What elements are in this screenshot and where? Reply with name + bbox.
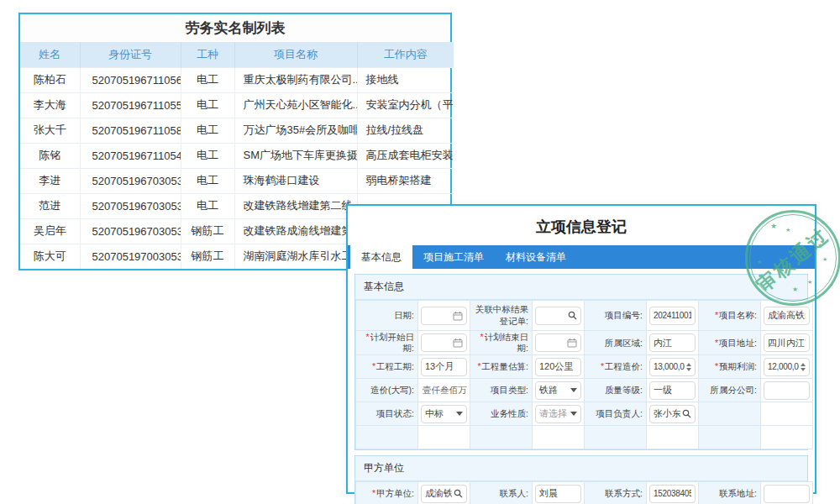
col-header-id: 身份证号 bbox=[80, 42, 181, 67]
field-label: 所属区域: bbox=[585, 331, 647, 355]
worker-name-link[interactable]: 范进 bbox=[20, 193, 80, 218]
field-label: 项目状态: bbox=[356, 402, 418, 426]
plan-start-date-input[interactable] bbox=[421, 333, 467, 352]
worker-job-cell: 电工 bbox=[181, 118, 234, 143]
plan-end-date-input[interactable] bbox=[535, 333, 581, 352]
chevron-down-icon bbox=[456, 412, 463, 416]
project-name-link[interactable]: 重庆太极制药有限公司... bbox=[234, 67, 357, 92]
basic-info-section-title: 基本信息 bbox=[355, 275, 807, 300]
field-label: *工程工期: bbox=[356, 355, 418, 379]
worker-name-link[interactable]: 李大海 bbox=[20, 92, 80, 118]
project-name-link[interactable]: 万达广场35#会所及咖啡... bbox=[234, 118, 357, 143]
field-label: *工程量估算: bbox=[470, 355, 533, 379]
table-row: 陈铭 520705196711054... 电工 SM广场地下车库更换摄... … bbox=[20, 143, 454, 168]
bid-result-lookup[interactable] bbox=[535, 307, 581, 325]
project-name-link[interactable]: 改建铁路线增建第二线... bbox=[234, 193, 357, 218]
field-label: 联系人: bbox=[470, 482, 533, 504]
quantity-estimate-input[interactable]: 120公里 bbox=[535, 358, 581, 376]
field-label: *项目名称: bbox=[699, 301, 761, 331]
empty-value-cell bbox=[761, 402, 813, 426]
cost-in-words-text: 壹仟叁佰万元整 bbox=[421, 385, 467, 396]
project-name-link[interactable]: 湖南洞庭湖水库引水工... bbox=[234, 244, 357, 269]
field-label: *计划开始日期: bbox=[356, 331, 418, 355]
worker-id-cell: 520705196703053... bbox=[80, 168, 181, 193]
project-type-select[interactable]: 铁路 bbox=[535, 381, 581, 400]
worker-table-header: 姓名 身份证号 工种 项目名称 工作内容 bbox=[20, 42, 454, 67]
party-a-section-title: 甲方单位 bbox=[355, 456, 807, 481]
expected-profit-input[interactable]: 12,000,000 bbox=[764, 358, 810, 376]
project-registration-panel: 立项信息登记 基本信息 项目施工清单 材料设备清单 基本信息 日期: 关联中标结… bbox=[346, 204, 816, 494]
col-header-work: 工作内容 bbox=[357, 42, 454, 67]
worker-job-cell: 钢筋工 bbox=[181, 244, 234, 269]
calendar-icon bbox=[453, 338, 463, 348]
party-a-grid: *甲方单位: 成渝铁路工 联系人: 刘晨 联系方式: 15203840584 联… bbox=[355, 481, 813, 504]
search-icon[interactable] bbox=[454, 489, 463, 498]
project-name-input[interactable]: 成渝高铁内江 bbox=[764, 307, 810, 325]
tab-bar: 基本信息 项目施工清单 材料设备清单 bbox=[348, 245, 815, 269]
contact-person-input[interactable]: 刘晨 bbox=[535, 485, 581, 503]
field-label: *工程造价: bbox=[585, 355, 647, 379]
business-nature-select[interactable]: 请选择 bbox=[535, 405, 581, 423]
calendar-icon bbox=[567, 338, 577, 348]
worker-job-cell: 电工 bbox=[181, 92, 234, 118]
field-label: 项目编号: bbox=[585, 301, 647, 331]
col-header-name: 姓名 bbox=[20, 42, 80, 67]
field-label: 业务性质: bbox=[470, 402, 533, 426]
work-content-cell: 安装室内分机（平层... bbox=[357, 92, 454, 118]
worker-name-link[interactable]: 陈柏石 bbox=[20, 67, 80, 92]
empty-label-cell bbox=[699, 402, 761, 426]
star-icon: ★ bbox=[817, 242, 823, 249]
project-name-link[interactable]: 改建铁路成渝线增建第... bbox=[234, 218, 357, 244]
project-manager-lookup[interactable]: 张小东 bbox=[649, 405, 696, 423]
work-content-cell: 拉线/拉线盘 bbox=[357, 118, 454, 143]
party-a-lookup[interactable]: 成渝铁路工 bbox=[421, 485, 467, 503]
project-cost-input[interactable]: 13,000,000 bbox=[649, 358, 696, 376]
worker-name-link[interactable]: 吴启年 bbox=[20, 218, 80, 244]
search-icon[interactable] bbox=[682, 409, 691, 418]
calendar-icon bbox=[453, 311, 463, 321]
worker-name-link[interactable]: 张大千 bbox=[20, 118, 80, 143]
basic-info-grid: 日期: 关联中标结果登记单: 项目编号: 2024110017 *项目名称: 成… bbox=[355, 300, 813, 449]
worker-name-link[interactable]: 陈铭 bbox=[20, 143, 80, 168]
party-a-section: 甲方单位 *甲方单位: 成渝铁路工 联系人: 刘晨 联系方式: 15203840… bbox=[354, 455, 808, 504]
contact-phone-input[interactable]: 15203840584 bbox=[649, 485, 696, 503]
region-input[interactable]: 内江 bbox=[649, 333, 696, 352]
project-name-link[interactable]: 广州天心苑小区智能化... bbox=[234, 92, 357, 118]
number-stepper-icon[interactable] bbox=[801, 363, 806, 371]
quality-grade-input[interactable]: 一级 bbox=[649, 381, 696, 400]
col-header-project: 项目名称 bbox=[234, 42, 357, 67]
project-code-input[interactable]: 2024110017 bbox=[649, 307, 696, 325]
field-label: 质量等级: bbox=[585, 379, 647, 402]
worker-name-link[interactable]: 陈大可 bbox=[20, 244, 80, 269]
date-input[interactable] bbox=[421, 307, 467, 325]
project-status-select[interactable]: 中标 bbox=[421, 405, 467, 423]
worker-id-cell: 520705196711055... bbox=[80, 92, 181, 118]
form-title: 立项信息登记 bbox=[348, 206, 815, 245]
field-label: 所属分公司: bbox=[699, 379, 761, 402]
contact-address-input[interactable] bbox=[764, 485, 810, 503]
field-label: 联系地址: bbox=[699, 482, 761, 504]
worker-name-link[interactable]: 李进 bbox=[20, 168, 80, 193]
chevron-down-icon bbox=[570, 388, 577, 392]
field-label: 日期: bbox=[356, 301, 418, 331]
worker-job-cell: 电工 bbox=[181, 143, 234, 168]
worker-id-cell: 520705196711056... bbox=[80, 67, 181, 92]
tab-construction-list[interactable]: 项目施工清单 bbox=[412, 245, 495, 269]
search-icon[interactable] bbox=[568, 311, 577, 320]
work-content-cell: 接地线 bbox=[357, 67, 454, 92]
project-name-link[interactable]: SM广场地下车库更换摄... bbox=[234, 143, 357, 168]
field-label: 联系方式: bbox=[585, 482, 647, 504]
tab-material-equipment-list[interactable]: 材料设备清单 bbox=[495, 245, 577, 269]
field-label: 项目类型: bbox=[470, 379, 533, 402]
worker-job-cell: 电工 bbox=[181, 168, 234, 193]
tab-basic-info[interactable]: 基本信息 bbox=[350, 245, 412, 269]
project-name-link[interactable]: 珠海鹤港口建设 bbox=[234, 168, 357, 193]
number-stepper-icon[interactable] bbox=[686, 363, 691, 371]
field-label: 关联中标结果登记单: bbox=[470, 301, 533, 331]
branch-company-input[interactable] bbox=[764, 381, 810, 400]
project-address-input[interactable]: 四川内江市 bbox=[764, 333, 810, 352]
worker-id-cell: 520705196711054... bbox=[80, 143, 181, 168]
worker-job-cell: 电工 bbox=[181, 67, 234, 92]
duration-input[interactable]: 13个月 bbox=[421, 358, 467, 376]
field-label: 造价(大写): bbox=[356, 379, 418, 402]
